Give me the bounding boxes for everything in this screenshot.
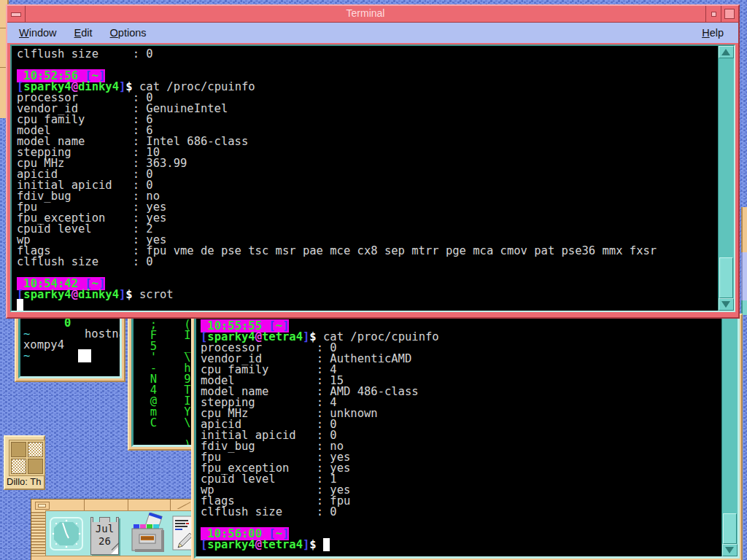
background-window-sliver — [741, 207, 747, 315]
panel-separator — [170, 499, 171, 510]
menu-edit[interactable]: Edit — [74, 27, 93, 39]
dinky-scrollbar-trough[interactable] — [719, 58, 734, 298]
panel-bottom-border — [31, 556, 193, 560]
tetra-scrollbar-thumb[interactable] — [723, 513, 737, 544]
clock-icon[interactable] — [50, 516, 83, 554]
calendar-pin — [109, 517, 117, 522]
tetra-scrollbar[interactable] — [721, 319, 738, 556]
dinky-terminal-frame: clflush size : 0 10:52:56 [~][sparky4@di… — [10, 44, 735, 312]
dillo-logo-square — [28, 459, 43, 474]
panel-separator — [128, 499, 128, 510]
panel-minimize-button[interactable] — [35, 502, 50, 510]
ascii-art-terminal-screen[interactable]: ; ( ] F I ] 5 _ Y ' \ - h N 9 4 T @ I m … — [133, 318, 192, 445]
background-window-sliver-tan — [741, 207, 747, 252]
file-drawer-icon[interactable] — [129, 513, 167, 556]
menu-options[interactable]: Options — [110, 27, 147, 39]
xompy-terminal-window[interactable]: 0~ hostnamxompy4~ — [15, 311, 125, 382]
dillo-logo-square — [11, 459, 26, 474]
panel-resize-handle[interactable] — [174, 501, 190, 509]
background-window-sliver-cyan — [741, 300, 747, 315]
terminal-window: Terminal Window Edit Options Help clflus… — [6, 4, 740, 319]
window-title: Terminal — [26, 6, 705, 22]
window-titlebar[interactable]: Terminal — [7, 6, 738, 23]
maximize-button[interactable] — [721, 6, 738, 22]
dinky-scroll-up-arrow-icon[interactable] — [719, 46, 734, 58]
dillo-icon-label: Dillo: Th — [7, 476, 41, 487]
panel-separator — [84, 499, 85, 510]
dillo-logo-square — [11, 442, 26, 457]
panel-drag-handle[interactable] — [31, 510, 46, 556]
window-menu-button[interactable] — [7, 6, 26, 22]
dinky-terminal-screen[interactable]: clflush size : 0 10:52:56 [~][sparky4@di… — [12, 46, 718, 311]
calendar-month: Jul — [91, 523, 118, 535]
ascii-art-terminal-frame: ; ( ] F I ] 5 _ Y ' \ - h N 9 4 T @ I m … — [131, 316, 194, 447]
tetra-terminal-window[interactable]: 10:55:55 [~][sparky4@tetra4]$ cat /proc/… — [191, 314, 743, 560]
tetra-terminal-frame: 10:55:55 [~][sparky4@tetra4]$ cat /proc/… — [194, 316, 740, 559]
dinky-scrollbar-thumb[interactable] — [719, 257, 733, 298]
dinky-scrollbar[interactable] — [718, 46, 734, 311]
tetra-scrollbar-trough[interactable] — [722, 319, 738, 544]
tetra-terminal-screen[interactable]: 10:55:55 [~][sparky4@tetra4]$ cat /proc/… — [196, 319, 721, 556]
calendar-icon[interactable]: Jul 26 — [90, 517, 119, 555]
xompy-terminal-screen[interactable]: 0~ hostnamxompy4~ — [20, 316, 120, 376]
calendar-page-curl — [111, 547, 118, 554]
iconify-button[interactable] — [705, 6, 721, 22]
desktop: 0~ hostnamxompy4~ ; ( ] F I ] 5 _ Y ' \ … — [0, 0, 747, 560]
background-window-sliver-lavender — [741, 252, 747, 300]
menu-help[interactable]: Help — [702, 27, 724, 39]
dinky-scroll-down-arrow-icon[interactable] — [719, 298, 734, 311]
menubar: Window Edit Options Help — [7, 23, 738, 43]
tetra-scroll-down-arrow-icon[interactable] — [722, 544, 738, 556]
dillo-logo-icon — [9, 440, 45, 476]
panel-titlebar[interactable] — [31, 499, 193, 511]
menu-window[interactable]: Window — [19, 27, 57, 39]
front-panel: Jul 26 — [31, 499, 194, 560]
ascii-art-terminal-window[interactable]: ; ( ] F I ] 5 _ Y ' \ - h N 9 4 T @ I m … — [128, 312, 198, 451]
xompy-terminal-frame: 0~ hostnamxompy4~ — [18, 314, 122, 378]
dillo-logo-square — [28, 442, 43, 457]
dillo-window-icon[interactable]: Dillo: Th — [4, 435, 45, 490]
calendar-pin — [93, 517, 100, 522]
